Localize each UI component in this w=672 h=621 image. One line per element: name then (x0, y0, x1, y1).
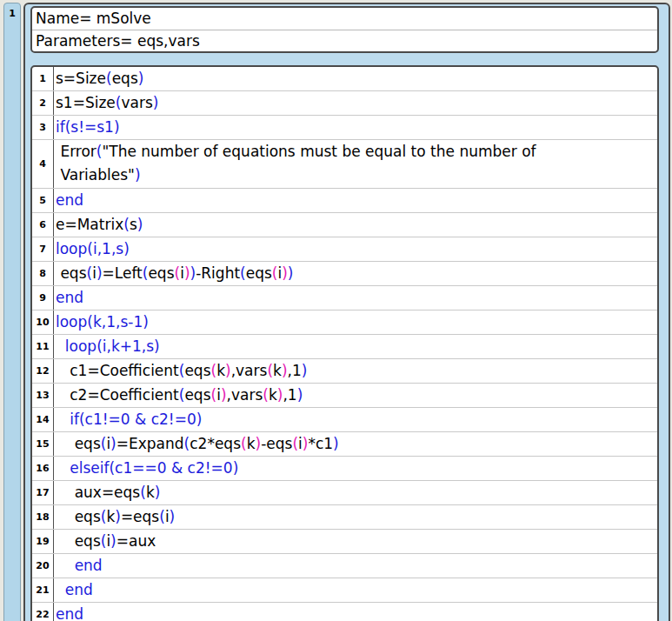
code-segment-keyword: end (56, 191, 83, 209)
code-segment-plain: -eqs (261, 435, 292, 452)
code-segment-nested-paren: ) (225, 362, 231, 379)
code-segment-plain: s1=Size (56, 94, 116, 111)
code-segment-keyword: ) (288, 264, 294, 282)
line-number: 18 (32, 505, 54, 529)
code-segment-plain: k (106, 508, 115, 525)
code-segment-keyword: ( (123, 216, 130, 233)
code-segment-keyword: end (56, 557, 103, 574)
code-segment-plain: k (146, 484, 155, 501)
code-segment-plain: vars (121, 94, 152, 111)
code-segment-keyword: ) (110, 435, 116, 452)
outer-row-index: 1 (3, 3, 21, 621)
code-row: 10loop(k,1,s-1) (32, 310, 657, 335)
code-segment-plain: eqs (246, 264, 272, 282)
code-segment-plain: Error (56, 143, 96, 160)
code-segment-plain: c2*eqs (190, 435, 241, 452)
code-line[interactable]: end (54, 286, 657, 310)
function-name-field[interactable]: Name= mSolve (32, 8, 657, 30)
function-parameters-field[interactable]: Parameters= eqs,vars (32, 30, 657, 52)
function-header-box: Name= mSolve Parameters= eqs,vars (30, 6, 659, 53)
line-number: 12 (32, 359, 54, 383)
code-line[interactable]: Error("The number of equations must be e… (54, 140, 657, 188)
code-row: 6e=Matrix(s) (32, 213, 657, 237)
code-segment-plain: eqs (56, 508, 101, 525)
line-number: 14 (32, 408, 54, 431)
code-line[interactable]: aux=eqs(k) (54, 481, 657, 504)
code-row: 9end (32, 286, 657, 310)
code-line[interactable]: end (54, 578, 657, 602)
line-number: 17 (32, 481, 54, 504)
code-line[interactable]: eqs(i)=aux (54, 530, 657, 553)
code-line[interactable]: end (54, 189, 657, 212)
line-number: 22 (32, 603, 54, 621)
code-row: 14 if(c1!=0 & c2!=0) (32, 408, 657, 432)
code-row: 16 elseif(c1==0 & c2!=0) (32, 457, 657, 481)
line-number: 6 (32, 213, 54, 237)
line-number: 15 (32, 432, 54, 456)
code-segment-nested-paren: ) (221, 386, 227, 404)
code-line[interactable]: s1=Size(vars) (54, 91, 657, 115)
code-line[interactable]: c2=Coefficient(eqs(i),vars(k),1) (54, 384, 657, 407)
line-number: 2 (32, 91, 54, 115)
code-line[interactable]: loop(k,1,s-1) (54, 310, 657, 334)
code-segment-keyword: ) (110, 532, 116, 550)
code-segment-keyword: end (56, 581, 93, 598)
code-segment-keyword: ) (333, 435, 339, 452)
code-line[interactable]: c1=Coefficient(eqs(k),vars(k),1) (54, 359, 657, 383)
code-row: 22end (32, 603, 657, 621)
code-line[interactable]: loop(i,1,s) (54, 237, 657, 261)
code-segment-keyword: end (56, 289, 83, 306)
code-line[interactable]: eqs(k)=eqs(i) (54, 505, 657, 529)
code-row: 19 eqs(i)=aux (32, 530, 657, 554)
code-segment-plain: eqs (56, 264, 87, 282)
code-row: 18 eqs(k)=eqs(i) (32, 505, 657, 530)
code-segment-keyword: if(c1!=0 & c2!=0) (56, 411, 202, 428)
code-segment-plain: eqs (184, 362, 210, 379)
code-segment-plain: k (269, 386, 277, 404)
code-segment-keyword: ) (297, 386, 303, 404)
line-number: 16 (32, 457, 54, 480)
line-number: 7 (32, 237, 54, 261)
code-segment-plain: =aux (116, 532, 156, 550)
code-row: 2s1=Size(vars) (32, 91, 657, 116)
code-segment-plain: k (273, 362, 282, 379)
code-segment-keyword: ) (135, 166, 141, 184)
code-segment-plain: eqs (184, 386, 210, 404)
code-segment-keyword: ) (138, 70, 144, 87)
code-segment-plain: eqs (56, 435, 101, 452)
code-row: 8 eqs(i)=Left(eqs(i))-Right(eqs(i)) (32, 262, 657, 286)
code-line[interactable]: loop(i,k+1,s) (54, 335, 657, 358)
code-line[interactable]: eqs(i)=Left(eqs(i))-Right(eqs(i)) (54, 262, 657, 285)
function-panel: Name= mSolve Parameters= eqs,vars 1s=Siz… (23, 3, 670, 621)
code-line[interactable]: eqs(i)=Expand(c2*eqs(k)-eqs(i)*c1) (54, 432, 657, 456)
line-number: 21 (32, 578, 54, 602)
code-segment-keyword: elseif(c1==0 & c2!=0) (56, 459, 238, 477)
code-row: 5end (32, 189, 657, 213)
code-line[interactable]: end (54, 554, 657, 578)
code-line[interactable]: if(s!=s1) (54, 116, 657, 139)
code-line[interactable]: end (54, 603, 657, 621)
code-segment-plain: k (216, 362, 225, 379)
code-line[interactable]: e=Matrix(s) (54, 213, 657, 237)
code-segment-nested-paren: ( (241, 435, 247, 452)
line-number: 9 (32, 286, 54, 310)
code-segment-keyword: ( (106, 70, 112, 87)
code-segment-keyword: ) (96, 264, 103, 282)
code-segment-plain: *c1 (308, 435, 333, 452)
code-segment-plain: ,1 (283, 386, 296, 404)
line-number: 5 (32, 189, 54, 212)
code-line[interactable]: if(c1!=0 & c2!=0) (54, 408, 657, 431)
line-number: 8 (32, 262, 54, 285)
code-segment-nested-paren: ( (263, 386, 269, 404)
code-segment-plain: k (247, 435, 256, 452)
code-line[interactable]: s=Size(eqs) (54, 67, 657, 90)
code-segment-keyword: loop(k,1,s-1) (56, 313, 149, 331)
code-row: 20 end (32, 554, 657, 578)
code-segment-plain: =eqs (121, 508, 159, 525)
code-segment-keyword: ( (140, 484, 146, 501)
line-number: 11 (32, 335, 54, 358)
code-line[interactable]: elseif(c1==0 & c2!=0) (54, 457, 657, 480)
code-segment-keyword: ( (240, 264, 246, 282)
code-segment-plain: ,vars (227, 386, 263, 404)
code-table: 1s=Size(eqs)2s1=Size(vars)3if(s!=s1)4 Er… (30, 65, 659, 621)
